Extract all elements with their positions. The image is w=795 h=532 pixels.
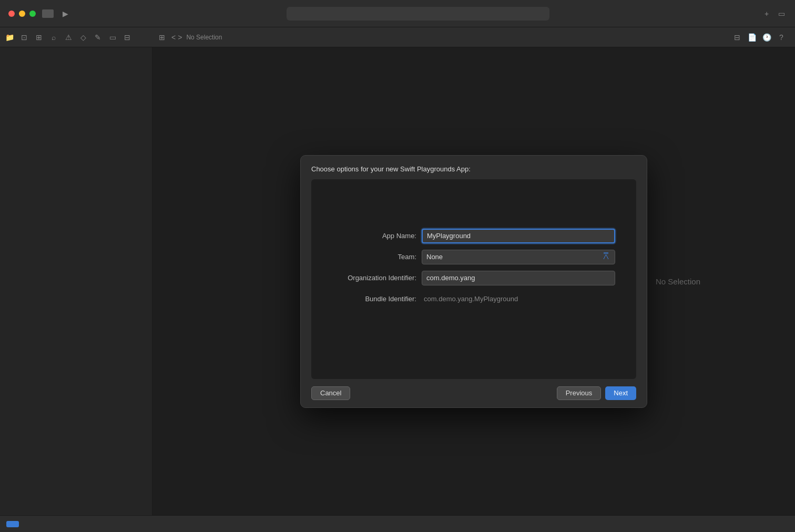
title-bar: ▶ + ▭ bbox=[0, 0, 795, 27]
toolbar-center: ⊞ < > No Selection bbox=[157, 32, 732, 43]
bundle-identifier-row: Bundle Identifier: com.demo.yang.MyPlayg… bbox=[332, 292, 615, 306]
cancel-button[interactable]: Cancel bbox=[311, 386, 350, 400]
org-identifier-label: Organization Identifier: bbox=[332, 274, 422, 282]
sidebar bbox=[0, 47, 152, 515]
pen-icon[interactable]: ✎ bbox=[93, 32, 103, 43]
status-bar bbox=[0, 515, 795, 532]
back-arrow[interactable]: < bbox=[171, 33, 176, 42]
nav-arrows: < > bbox=[171, 33, 182, 42]
help-icon[interactable]: ? bbox=[776, 32, 787, 43]
warning-icon[interactable]: ⚠ bbox=[63, 32, 74, 43]
toolbar-right: ⊟ 📄 🕐 ? bbox=[732, 32, 791, 43]
status-indicator bbox=[6, 521, 19, 527]
dialog-title: Choose options for your new Swift Playgr… bbox=[301, 156, 647, 179]
team-value: None bbox=[426, 253, 443, 261]
forward-arrow[interactable]: > bbox=[178, 33, 182, 42]
bundle-identifier-label: Bundle Identifier: bbox=[332, 295, 422, 303]
org-identifier-row: Organization Identifier: bbox=[332, 271, 615, 285]
window-icon bbox=[42, 9, 54, 18]
dialog-content: App Name: Team: None ⩞ Organization Iden… bbox=[311, 179, 636, 379]
title-search-bar[interactable] bbox=[287, 7, 549, 21]
team-row: Team: None ⩞ bbox=[332, 250, 615, 264]
code-icon[interactable]: ⊞ bbox=[157, 32, 167, 43]
team-label: Team: bbox=[332, 253, 422, 261]
sidebar-toggle-icon[interactable]: ▭ bbox=[776, 8, 787, 19]
inspector-toggle-icon[interactable]: ⊟ bbox=[732, 32, 742, 43]
play-button[interactable]: ▶ bbox=[60, 8, 70, 19]
toolbar: 📁 ⊡ ⊞ ⌕ ⚠ ◇ ✎ ▭ ⊟ ⊞ < > No Selection ⊟ 📄… bbox=[0, 27, 795, 47]
team-select[interactable]: None ⩞ bbox=[422, 250, 615, 264]
dialog-footer: Cancel Previous Next bbox=[301, 379, 647, 407]
btn-group-right: Previous Next bbox=[557, 386, 636, 400]
chevron-down-icon: ⩞ bbox=[602, 253, 610, 260]
title-bar-right: + ▭ bbox=[761, 8, 795, 19]
bundle-identifier-value: com.demo.yang.MyPlayground bbox=[422, 292, 615, 306]
add-button[interactable]: + bbox=[761, 8, 772, 19]
clock-icon[interactable]: 🕐 bbox=[761, 32, 772, 43]
previous-button[interactable]: Previous bbox=[557, 386, 602, 400]
layout-icon[interactable]: ⊟ bbox=[122, 32, 132, 43]
org-identifier-input[interactable] bbox=[422, 271, 615, 285]
inspector-icon[interactable]: ⊡ bbox=[19, 32, 29, 43]
folder-icon[interactable]: 📁 bbox=[4, 32, 15, 43]
title-bar-center bbox=[75, 7, 761, 21]
form-section: App Name: Team: None ⩞ Organization Iden… bbox=[311, 229, 636, 313]
diamond-icon[interactable]: ◇ bbox=[78, 32, 88, 43]
search-icon[interactable]: ⌕ bbox=[48, 32, 59, 43]
app-name-input[interactable] bbox=[422, 229, 615, 243]
rect-icon[interactable]: ▭ bbox=[107, 32, 118, 43]
app-name-row: App Name: bbox=[332, 229, 615, 243]
grid-icon[interactable]: ⊞ bbox=[34, 32, 44, 43]
close-button[interactable] bbox=[8, 11, 15, 17]
no-selection-label: No Selection bbox=[186, 34, 222, 41]
traffic-lights bbox=[0, 11, 36, 17]
maximize-button[interactable] bbox=[29, 11, 36, 17]
app-name-label: App Name: bbox=[332, 232, 422, 240]
modal-overlay: Choose options for your new Swift Playgr… bbox=[152, 47, 795, 515]
next-button[interactable]: Next bbox=[605, 386, 636, 400]
dialog: Choose options for your new Swift Playgr… bbox=[300, 155, 647, 408]
toolbar-left: 📁 ⊡ ⊞ ⌕ ⚠ ◇ ✎ ▭ ⊟ bbox=[4, 32, 157, 43]
minimize-button[interactable] bbox=[19, 11, 25, 17]
file-icon[interactable]: 📄 bbox=[747, 32, 757, 43]
